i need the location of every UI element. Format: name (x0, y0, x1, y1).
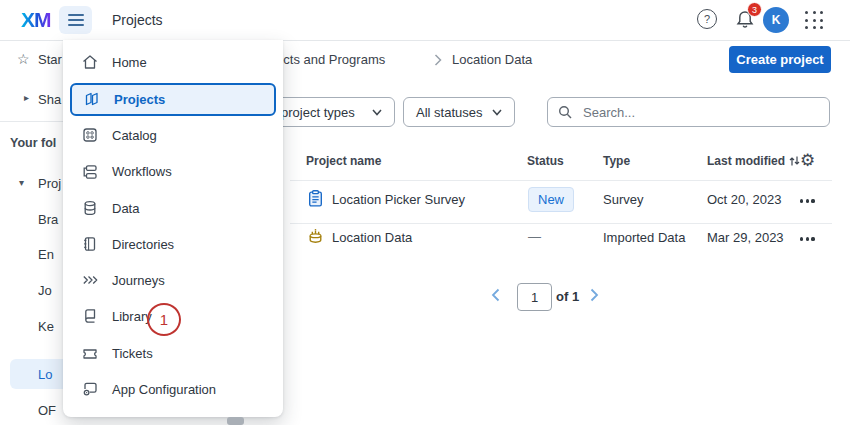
notification-count-badge: 3 (747, 2, 762, 17)
top-bar: XM Projects ? 3 K (0, 0, 850, 41)
sidebar-folder[interactable]: Bra (38, 212, 58, 227)
menu-item-label: Data (112, 201, 139, 216)
row-divider (290, 223, 832, 224)
status-empty: — (528, 229, 541, 244)
directories-icon (81, 235, 99, 253)
sidebar-folder[interactable]: Proj (38, 176, 61, 191)
menu-item-home[interactable]: Home (70, 46, 276, 79)
more-options-icon[interactable] (800, 232, 826, 246)
menu-item-label: Catalog (112, 128, 157, 143)
project-name-link[interactable]: Location Data (332, 230, 412, 245)
home-icon (81, 53, 99, 71)
status-filter[interactable]: All statuses (403, 97, 515, 127)
navigation-menu: Home Projects Catalog (63, 40, 283, 417)
sidebar-divider (0, 121, 63, 122)
column-header-project-name: Project name (306, 154, 381, 168)
annotation-circle-1: 1 (147, 303, 181, 336)
avatar[interactable]: K (763, 7, 789, 33)
breadcrumb-current: Location Data (452, 52, 532, 67)
sort-icon[interactable] (789, 155, 800, 167)
menu-item-label: Tickets (112, 346, 153, 361)
help-icon[interactable]: ? (697, 9, 717, 29)
page-number-input[interactable] (517, 283, 552, 311)
menu-item-data[interactable]: Data (70, 192, 276, 225)
workflows-icon (81, 163, 99, 181)
last-modified-date: Oct 20, 2023 (707, 192, 781, 207)
previous-page-icon[interactable] (491, 288, 500, 302)
menu-item-label: Journeys (112, 273, 165, 288)
sidebar-folder[interactable]: OF (38, 403, 56, 418)
column-header-type: Type (603, 154, 630, 168)
chevron-down-icon (492, 109, 502, 116)
more-options-icon[interactable] (800, 194, 826, 208)
sidebar-folder-selected[interactable]: Lo (38, 367, 52, 382)
menu-item-label: Directories (112, 237, 174, 252)
breadcrumb-chevron-icon (434, 54, 442, 66)
hamburger-menu-button[interactable] (59, 6, 92, 34)
create-project-button[interactable]: Create project (729, 46, 831, 73)
menu-item-label: Workflows (112, 164, 172, 179)
projects-icon (83, 90, 101, 108)
sidebar-folder[interactable]: Ke (38, 319, 54, 334)
menu-item-label: Home (112, 55, 147, 70)
app-switcher-icon[interactable] (805, 11, 824, 30)
column-header-status: Status (527, 154, 564, 168)
menu-item-catalog[interactable]: Catalog (70, 119, 276, 152)
menu-item-label: Library (112, 309, 152, 324)
catalog-icon (81, 126, 99, 144)
menu-item-journeys[interactable]: Journeys (70, 264, 276, 297)
scrollbar-thumb[interactable] (227, 417, 244, 425)
page-count-label: of 1 (556, 289, 579, 304)
project-type: Imported Data (603, 230, 685, 245)
star-icon: ☆ (17, 51, 30, 67)
chevron-down-icon (372, 109, 382, 116)
app-window: ☆ Star ▸ Sha Your fol ▾ Proj Bra En Jo K… (0, 0, 850, 425)
menu-item-workflows[interactable]: Workflows (70, 155, 276, 188)
caret-down-icon[interactable]: ▾ (19, 177, 24, 188)
menu-item-tickets[interactable]: Tickets (70, 337, 276, 370)
status-badge: New (528, 187, 574, 212)
status-filter-label: All statuses (416, 105, 482, 120)
next-page-icon[interactable] (590, 288, 599, 302)
column-header-last-modified[interactable]: Last modified (707, 154, 800, 168)
survey-icon (306, 189, 325, 208)
sidebar-folder[interactable]: En (38, 247, 54, 262)
search-box[interactable] (547, 97, 830, 127)
library-icon (81, 307, 99, 325)
sidebar-item-shared[interactable]: Sha (38, 92, 61, 107)
journeys-icon (81, 271, 99, 289)
data-icon (81, 199, 99, 217)
sidebar-section-label: Your fol (10, 136, 56, 150)
menu-item-directories[interactable]: Directories (70, 228, 276, 261)
menu-item-projects[interactable]: Projects (70, 83, 276, 116)
project-type: Survey (603, 192, 643, 207)
app-configuration-icon (81, 380, 99, 398)
last-modified-date: Mar 29, 2023 (707, 230, 784, 245)
caret-right-icon[interactable]: ▸ (24, 92, 29, 103)
menu-item-app-configuration[interactable]: App Configuration (70, 373, 276, 406)
project-name-link[interactable]: Location Picker Survey (332, 192, 465, 207)
imported-data-icon (306, 227, 325, 246)
menu-item-label: Projects (114, 92, 165, 107)
search-icon (558, 105, 573, 120)
sidebar-item-starred[interactable]: Star (38, 52, 62, 67)
xm-logo: XM (21, 8, 51, 32)
table-settings-gear-icon[interactable]: ⚙ (800, 150, 815, 171)
menu-item-label: App Configuration (112, 382, 216, 397)
tickets-icon (81, 344, 99, 362)
sidebar-folder[interactable]: Jo (38, 283, 52, 298)
row-divider (290, 180, 832, 181)
search-input[interactable] (581, 104, 819, 121)
page-title: Projects (112, 12, 163, 28)
